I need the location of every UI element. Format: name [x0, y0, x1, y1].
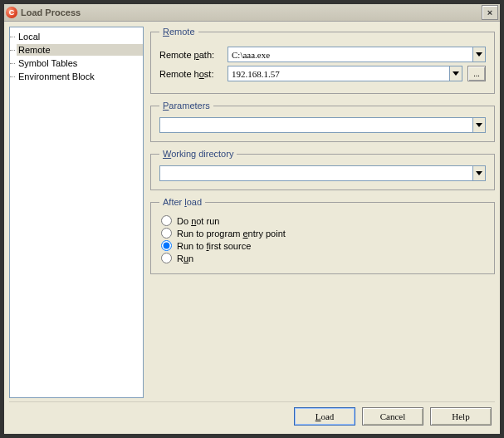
- remote-path-drop[interactable]: [472, 47, 486, 62]
- window-title: Load Process: [21, 7, 482, 17]
- app-icon: C: [6, 7, 17, 18]
- afterload-legend: After load: [159, 197, 205, 207]
- tree-item-local[interactable]: Local: [17, 31, 143, 42]
- chevron-down-icon: [453, 71, 459, 76]
- settings-panel: Remote Remote path: Remote host:: [150, 27, 495, 398]
- help-button[interactable]: Help: [430, 407, 492, 426]
- client-area: Local Remote Symbol Tables Environment B…: [4, 22, 500, 434]
- upper-area: Local Remote Symbol Tables Environment B…: [9, 27, 495, 398]
- parameters-legend: Parameters: [159, 101, 213, 111]
- afterload-option-entry[interactable]: Run to program entry point: [161, 228, 486, 239]
- remote-host-drop[interactable]: [449, 66, 462, 81]
- remote-path-input[interactable]: [228, 47, 472, 62]
- title-bar: C Load Process ×: [4, 4, 500, 22]
- chevron-down-icon: [476, 52, 482, 57]
- radio-donotrun-label: Do not run: [177, 216, 219, 226]
- afterload-group: After load Do not run Run to program ent…: [150, 197, 495, 274]
- cancel-button[interactable]: Cancel: [362, 407, 423, 426]
- radio-run-label: Run: [177, 253, 193, 263]
- parameters-group: Parameters: [150, 101, 495, 142]
- chevron-down-icon: [476, 123, 482, 128]
- remote-host-combo: [228, 66, 462, 81]
- remote-host-browse-button[interactable]: ...: [467, 66, 486, 81]
- workdir-input[interactable]: [159, 165, 472, 181]
- parameters-combo: [159, 117, 486, 133]
- workdir-drop[interactable]: [472, 165, 486, 181]
- remote-path-combo: [228, 47, 486, 62]
- chevron-down-icon: [476, 171, 482, 176]
- tree-item-remote[interactable]: Remote: [17, 44, 143, 56]
- close-button[interactable]: ×: [482, 5, 498, 20]
- tree-item-symbol[interactable]: Symbol Tables: [17, 57, 143, 69]
- workdir-combo: [159, 165, 486, 181]
- remote-path-label: Remote path:: [159, 50, 223, 60]
- button-bar: Load Cancel Help: [9, 401, 495, 429]
- radio-run[interactable]: [161, 253, 172, 263]
- parameters-drop[interactable]: [472, 117, 486, 133]
- load-button[interactable]: Load: [294, 407, 355, 426]
- tree-item-environment[interactable]: Environment Block: [17, 71, 143, 82]
- afterload-option-firstsource[interactable]: Run to first source: [161, 240, 486, 251]
- load-process-dialog: C Load Process × Local Remote Symbol Tab…: [0, 0, 504, 438]
- ellipsis-icon: ...: [473, 69, 480, 78]
- afterload-option-run[interactable]: Run: [161, 253, 486, 263]
- workdir-group: Working directory: [150, 149, 495, 190]
- radio-donotrun[interactable]: [161, 215, 172, 226]
- close-icon: ×: [487, 8, 492, 17]
- remote-group: Remote Remote path: Remote host:: [150, 27, 495, 94]
- remote-host-label: Remote host:: [159, 69, 223, 79]
- category-tree[interactable]: Local Remote Symbol Tables Environment B…: [9, 27, 144, 398]
- afterload-option-donotrun[interactable]: Do not run: [161, 215, 486, 226]
- radio-firstsource-label: Run to first source: [177, 241, 251, 251]
- radio-entry-label: Run to program entry point: [177, 229, 286, 239]
- radio-firstsource[interactable]: [161, 240, 172, 251]
- parameters-input[interactable]: [159, 117, 472, 133]
- remote-host-row: Remote host: ...: [159, 66, 486, 81]
- remote-host-input[interactable]: [228, 66, 449, 81]
- remote-legend: Remote: [159, 27, 198, 37]
- radio-entry[interactable]: [161, 228, 172, 239]
- remote-path-row: Remote path:: [159, 47, 486, 62]
- workdir-legend: Working directory: [159, 149, 237, 159]
